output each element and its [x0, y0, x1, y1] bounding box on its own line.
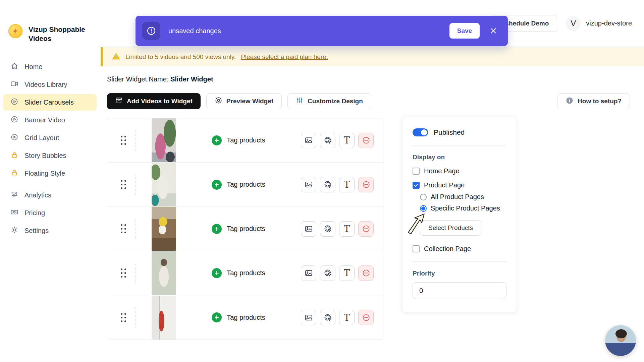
click-interaction-icon[interactable]	[320, 265, 335, 281]
row-dotted-divider	[135, 219, 136, 239]
image-icon[interactable]	[301, 221, 316, 237]
image-icon[interactable]	[301, 133, 316, 148]
click-interaction-icon[interactable]	[320, 221, 335, 237]
click-interaction-icon[interactable]	[320, 310, 335, 325]
plan-limit-banner: Limited to 5 videos and 500 views only. …	[101, 47, 644, 66]
sidebar-item-story-bubbles[interactable]: Story Bubbles	[3, 147, 97, 164]
lock-icon	[10, 169, 18, 178]
tag-products-button[interactable]: Tag products	[176, 312, 301, 322]
click-interaction-icon[interactable]	[320, 177, 335, 192]
customize-design-button[interactable]: Customize Design	[287, 93, 371, 109]
paid-plan-link[interactable]: Please select a paid plan here.	[241, 53, 328, 61]
video-thumbnail[interactable]	[152, 118, 176, 162]
all-product-pages-radio[interactable]	[420, 194, 427, 200]
remove-icon[interactable]	[358, 310, 374, 325]
click-interaction-icon[interactable]	[320, 133, 335, 148]
sidebar-item-analytics[interactable]: Analytics	[3, 187, 97, 203]
toast-message: unsaved changes	[168, 27, 441, 35]
customize-design-label: Customize Design	[308, 98, 363, 105]
sidebar-item-settings[interactable]: Settings	[3, 223, 97, 239]
toolbar: Add Videos to Widget Preview Widget Cust…	[107, 93, 630, 109]
sidebar-item-label: Grid Layout	[24, 134, 59, 142]
play-circle-icon	[10, 115, 18, 125]
tag-products-button[interactable]: Tag products	[176, 224, 301, 234]
sidebar-item-pricing[interactable]: Pricing	[3, 205, 97, 221]
tag-products-button[interactable]: Tag products	[176, 135, 301, 145]
plus-icon	[212, 180, 222, 190]
video-row: Tag products T	[107, 251, 383, 295]
product-page-checkbox[interactable]	[413, 182, 420, 189]
store-avatar[interactable]: V	[566, 16, 581, 31]
video-thumbnail[interactable]	[152, 207, 176, 251]
drag-handle-icon[interactable]	[121, 268, 126, 278]
tag-products-button[interactable]: Tag products	[176, 180, 301, 190]
specific-product-pages-option: Specific Product Pages	[420, 204, 506, 212]
how-to-setup-button[interactable]: How to setup?	[557, 93, 630, 109]
sidebar-item-floating-style[interactable]: Floating Style	[3, 165, 97, 182]
collection-page-label: Collection Page	[424, 245, 471, 253]
video-list: Tag products T Tag products	[107, 118, 383, 340]
drag-handle-icon[interactable]	[121, 180, 126, 189]
published-toggle[interactable]	[413, 128, 428, 136]
chat-widget-avatar[interactable]	[605, 325, 636, 356]
image-icon[interactable]	[301, 310, 316, 325]
drag-handle-icon[interactable]	[121, 224, 126, 233]
remove-icon[interactable]	[358, 265, 374, 281]
sidebar-item-grid-layout[interactable]: Grid Layout	[3, 130, 97, 146]
tag-products-button[interactable]: Tag products	[176, 268, 301, 278]
tag-products-label: Tag products	[227, 225, 265, 233]
drag-handle-icon[interactable]	[121, 136, 126, 145]
gear-icon	[10, 226, 18, 236]
sidebar-item-videos-library[interactable]: Videos Library	[3, 76, 97, 93]
plus-icon	[212, 224, 222, 234]
text-icon[interactable]: T	[339, 133, 355, 148]
preview-widget-button[interactable]: Preview Widget	[206, 93, 282, 109]
sidebar-item-label: Pricing	[24, 209, 45, 217]
drag-handle-icon[interactable]	[121, 313, 126, 322]
text-icon[interactable]: T	[339, 177, 355, 192]
sidebar-nav: Home Videos Library Slider Carousels Ban…	[0, 58, 100, 240]
preview-eye-icon	[215, 97, 222, 106]
select-products-button[interactable]: Select Products	[420, 220, 481, 236]
image-icon[interactable]	[301, 177, 316, 192]
close-icon[interactable]	[488, 25, 499, 37]
sidebar-item-label: Story Bubbles	[24, 152, 66, 160]
row-dotted-divider	[135, 263, 136, 284]
save-button[interactable]: Save	[449, 23, 480, 39]
specific-product-pages-label: Specific Product Pages	[431, 204, 500, 212]
add-videos-button[interactable]: Add Videos to Widget	[107, 93, 201, 109]
collection-page-checkbox[interactable]	[413, 245, 420, 252]
store-name[interactable]: vizup-dev-store	[586, 19, 632, 27]
specific-product-pages-radio[interactable]	[420, 205, 427, 212]
row-actions: T	[301, 177, 374, 192]
video-thumbnail[interactable]	[152, 163, 176, 206]
divider	[413, 145, 506, 145]
sidebar-item-label: Analytics	[24, 191, 51, 199]
remove-icon[interactable]	[358, 133, 374, 148]
video-thumbnail[interactable]	[152, 296, 176, 340]
remove-icon[interactable]	[358, 177, 374, 192]
image-icon[interactable]	[301, 265, 316, 281]
home-icon	[10, 62, 18, 72]
sidebar-item-banner-video[interactable]: Banner Video	[3, 112, 97, 128]
sidebar-item-home[interactable]: Home	[3, 59, 97, 75]
published-row: Published	[413, 128, 506, 136]
video-thumbnail[interactable]	[152, 251, 176, 295]
remove-icon[interactable]	[358, 221, 374, 237]
text-icon[interactable]: T	[339, 221, 355, 237]
toggle-knob	[421, 129, 427, 135]
home-page-checkbox[interactable]	[413, 168, 420, 175]
sidebar-item-slider-carousels[interactable]: Slider Carousels	[3, 94, 97, 111]
widget-name-line: Slider Widget Name: Slider Widget	[107, 75, 644, 83]
text-icon[interactable]: T	[339, 265, 355, 281]
priority-input[interactable]	[413, 282, 506, 299]
store-account: V vizup-dev-store	[566, 16, 632, 31]
video-row: Tag products T	[107, 207, 383, 251]
alert-circle-icon	[142, 22, 160, 40]
text-icon[interactable]: T	[339, 310, 355, 325]
tag-products-label: Tag products	[227, 181, 265, 188]
row-dotted-divider	[135, 307, 136, 328]
video-row: Tag products T	[107, 118, 383, 163]
row-actions: T	[301, 221, 374, 237]
widget-name-label: Slider Widget Name:	[107, 75, 168, 83]
